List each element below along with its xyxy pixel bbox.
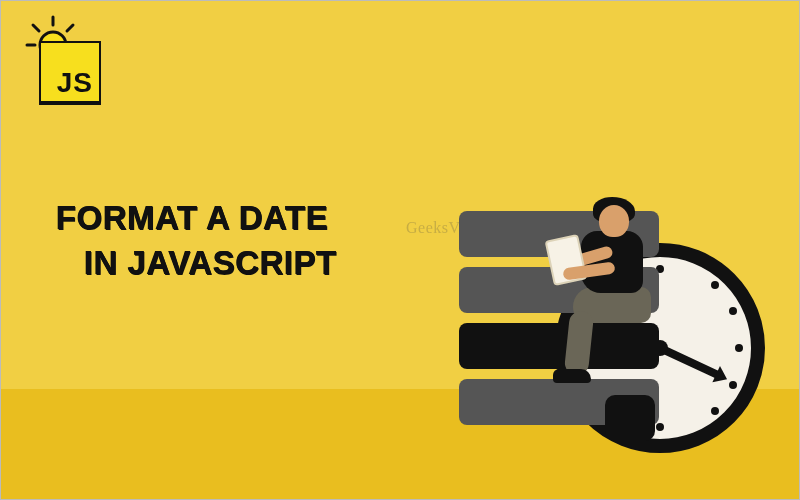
clock-mark (711, 281, 719, 289)
headline-line-1: Format a Date (56, 196, 337, 241)
illustration-group (399, 99, 759, 439)
person-foot (553, 369, 591, 383)
headline-line-2: in JavaScript (56, 241, 337, 286)
person-head (599, 205, 629, 237)
thumbnail-canvas: JS Format a Date in JavaScript GeeksVeda (0, 0, 800, 500)
clock-mark (735, 344, 743, 352)
clock-mark (711, 407, 719, 415)
clock-mark (729, 307, 737, 315)
svg-line-2 (67, 25, 73, 31)
person-calf (564, 310, 595, 376)
js-logo-text: JS (57, 67, 93, 99)
js-logo-badge: JS (39, 41, 101, 103)
stool (605, 395, 655, 441)
svg-line-1 (33, 25, 39, 31)
headline: Format a Date in JavaScript (56, 196, 337, 285)
clock-mark (729, 381, 737, 389)
person-reading-tablet (539, 187, 679, 397)
